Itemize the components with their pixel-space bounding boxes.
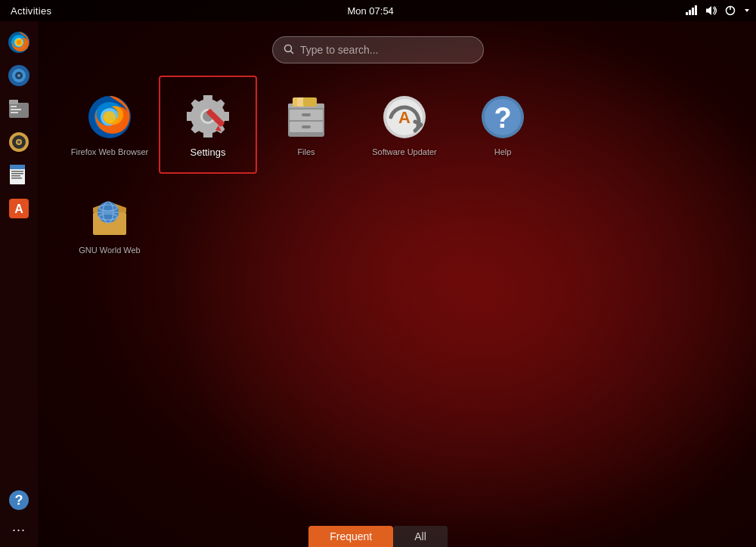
network-icon[interactable] xyxy=(685,5,697,17)
updater-app-icon: A xyxy=(380,93,429,141)
svg-rect-29 xyxy=(11,178,22,179)
sidebar-item-software[interactable]: A xyxy=(4,193,34,224)
app-tile-settings[interactable]: Settings xyxy=(159,76,257,174)
gnuworld-app-label: GNU World Web xyxy=(79,246,141,255)
svg-line-35 xyxy=(291,51,294,54)
sidebar-item-disks[interactable] xyxy=(4,127,34,157)
bottom-tabs: Frequent All xyxy=(0,520,756,547)
svg-rect-51 xyxy=(303,97,317,107)
app-tile-gnuworld[interactable]: GNU World Web xyxy=(60,174,159,272)
svg-text:?: ? xyxy=(494,102,511,134)
tab-all[interactable]: All xyxy=(393,526,448,547)
svg-point-39 xyxy=(104,111,116,123)
firefox-app-icon xyxy=(85,93,134,141)
app-tile-help[interactable]: ? Help xyxy=(454,76,552,174)
top-bar: Activities Mon 07:54 xyxy=(0,0,756,21)
clock: Mon 07:54 xyxy=(347,5,393,17)
help-app-icon: ? xyxy=(479,93,527,141)
apps-row-2: GNU World Web xyxy=(60,174,733,272)
svg-point-34 xyxy=(285,45,292,51)
sidebar-item-help[interactable]: ? xyxy=(4,485,34,515)
svg-text:?: ? xyxy=(15,493,23,508)
sidebar-item-rhythmbox[interactable] xyxy=(4,60,34,91)
svg-rect-19 xyxy=(11,112,18,113)
apps-row-1: Firefox Web Browser Settings xyxy=(60,76,733,174)
app-tile-firefox[interactable]: Firefox Web Browser xyxy=(60,76,159,174)
files-app-icon xyxy=(282,93,330,141)
help-app-label: Help xyxy=(494,147,512,156)
svg-rect-1 xyxy=(689,10,691,15)
svg-rect-0 xyxy=(686,12,688,15)
svg-rect-18 xyxy=(11,109,21,110)
svg-rect-28 xyxy=(11,175,20,177)
svg-point-14 xyxy=(17,74,20,77)
sidebar-item-files[interactable] xyxy=(4,94,34,124)
sidebar: A ? ··· xyxy=(0,21,38,547)
svg-rect-17 xyxy=(11,106,17,107)
search-bar[interactable] xyxy=(272,36,484,63)
app-tile-updater[interactable]: A Software Updater xyxy=(355,76,454,174)
svg-point-10 xyxy=(17,40,21,45)
app-tile-files[interactable]: Files xyxy=(257,76,355,174)
svg-rect-27 xyxy=(11,173,23,175)
firefox-app-label: Firefox Web Browser xyxy=(71,147,149,156)
svg-rect-46 xyxy=(302,113,311,116)
search-input[interactable] xyxy=(300,44,472,56)
settings-app-label: Settings xyxy=(191,147,226,158)
activities-button[interactable]: Activities xyxy=(6,5,56,17)
volume-icon[interactable] xyxy=(705,5,717,17)
sidebar-item-writer[interactable] xyxy=(4,160,34,190)
svg-point-23 xyxy=(17,141,20,144)
search-container xyxy=(272,36,484,63)
power-icon[interactable] xyxy=(724,5,736,17)
files-app-label: Files xyxy=(297,147,314,156)
updater-app-label: Software Updater xyxy=(372,147,437,156)
svg-rect-2 xyxy=(692,8,694,15)
gnuworld-app-icon xyxy=(85,191,134,240)
svg-text:A: A xyxy=(398,108,411,127)
settings-app-icon xyxy=(184,92,232,141)
system-tray xyxy=(685,5,750,17)
svg-rect-26 xyxy=(11,171,23,172)
apps-grid: Firefox Web Browser Settings xyxy=(60,76,733,509)
svg-rect-25 xyxy=(10,165,25,169)
search-icon xyxy=(284,44,294,57)
svg-rect-16 xyxy=(9,100,18,104)
dropdown-arrow-icon[interactable] xyxy=(744,8,750,14)
sidebar-item-firefox[interactable] xyxy=(4,27,34,57)
svg-rect-48 xyxy=(302,125,311,128)
svg-text:A: A xyxy=(14,202,23,215)
tab-frequent[interactable]: Frequent xyxy=(308,526,393,547)
svg-rect-3 xyxy=(695,5,697,15)
